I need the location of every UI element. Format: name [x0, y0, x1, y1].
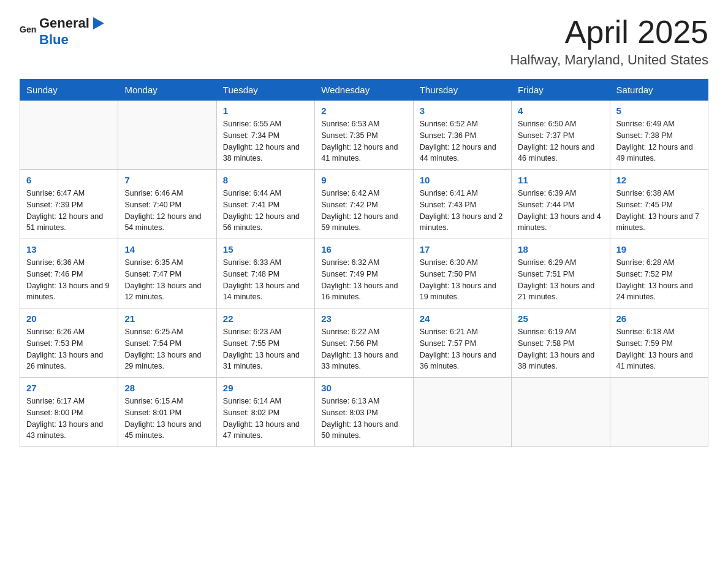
- weekday-header-thursday: Thursday: [413, 80, 511, 101]
- calendar-cell: 12Sunrise: 6:38 AMSunset: 7:45 PMDayligh…: [610, 170, 708, 239]
- weekday-header-monday: Monday: [118, 80, 216, 101]
- logo-triangle-icon: [91, 15, 104, 32]
- day-number: 25: [518, 313, 603, 324]
- day-number: 22: [223, 313, 308, 324]
- calendar-cell: 21Sunrise: 6:25 AMSunset: 7:54 PMDayligh…: [118, 308, 216, 378]
- day-number: 17: [420, 244, 505, 255]
- day-number: 9: [321, 175, 406, 185]
- day-number: 15: [223, 244, 308, 255]
- day-number: 4: [518, 105, 603, 116]
- day-number: 14: [124, 244, 210, 255]
- weekday-header-wednesday: Wednesday: [315, 80, 413, 101]
- calendar-cell: [118, 101, 216, 170]
- svg-text:General: General: [20, 25, 37, 34]
- day-info: Sunrise: 6:32 AMSunset: 7:49 PMDaylight:…: [321, 257, 406, 303]
- calendar-cell: 1Sunrise: 6:55 AMSunset: 7:34 PMDaylight…: [216, 101, 314, 170]
- weekday-header-sunday: Sunday: [20, 80, 118, 101]
- calendar-cell: 24Sunrise: 6:21 AMSunset: 7:57 PMDayligh…: [413, 308, 511, 378]
- day-info: Sunrise: 6:33 AMSunset: 7:48 PMDaylight:…: [223, 257, 308, 303]
- day-number: 11: [518, 175, 603, 185]
- week-row-4: 20Sunrise: 6:26 AMSunset: 7:53 PMDayligh…: [20, 308, 708, 378]
- day-info: Sunrise: 6:21 AMSunset: 7:57 PMDaylight:…: [420, 326, 505, 372]
- calendar-cell: 22Sunrise: 6:23 AMSunset: 7:55 PMDayligh…: [216, 308, 314, 378]
- day-number: 6: [26, 175, 112, 185]
- logo-blue-text: Blue: [39, 32, 69, 47]
- calendar-cell: [512, 378, 610, 447]
- day-number: 19: [616, 244, 702, 255]
- day-info: Sunrise: 6:13 AMSunset: 8:03 PMDaylight:…: [321, 396, 406, 442]
- day-info: Sunrise: 6:44 AMSunset: 7:41 PMDaylight:…: [223, 188, 308, 234]
- day-info: Sunrise: 6:50 AMSunset: 7:37 PMDaylight:…: [518, 118, 603, 164]
- calendar-cell: 2Sunrise: 6:53 AMSunset: 7:35 PMDaylight…: [315, 101, 413, 170]
- day-info: Sunrise: 6:23 AMSunset: 7:55 PMDaylight:…: [223, 326, 308, 372]
- calendar-cell: 10Sunrise: 6:41 AMSunset: 7:43 PMDayligh…: [413, 170, 511, 239]
- day-number: 18: [518, 244, 603, 255]
- calendar-cell: 13Sunrise: 6:36 AMSunset: 7:46 PMDayligh…: [20, 239, 118, 308]
- calendar-cell: 8Sunrise: 6:44 AMSunset: 7:41 PMDaylight…: [216, 170, 314, 239]
- weekday-header-row: SundayMondayTuesdayWednesdayThursdayFrid…: [20, 80, 708, 101]
- day-info: Sunrise: 6:53 AMSunset: 7:35 PMDaylight:…: [321, 118, 406, 164]
- day-info: Sunrise: 6:49 AMSunset: 7:38 PMDaylight:…: [616, 118, 702, 164]
- day-info: Sunrise: 6:25 AMSunset: 7:54 PMDaylight:…: [124, 326, 210, 372]
- calendar-cell: 17Sunrise: 6:30 AMSunset: 7:50 PMDayligh…: [413, 239, 511, 308]
- weekday-header-saturday: Saturday: [610, 80, 708, 101]
- calendar-cell: 30Sunrise: 6:13 AMSunset: 8:03 PMDayligh…: [315, 378, 413, 447]
- day-number: 1: [223, 105, 308, 116]
- calendar-cell: 5Sunrise: 6:49 AMSunset: 7:38 PMDaylight…: [610, 101, 708, 170]
- day-info: Sunrise: 6:22 AMSunset: 7:56 PMDaylight:…: [321, 326, 406, 372]
- day-info: Sunrise: 6:15 AMSunset: 8:01 PMDaylight:…: [124, 396, 210, 442]
- day-info: Sunrise: 6:52 AMSunset: 7:36 PMDaylight:…: [420, 118, 505, 164]
- day-info: Sunrise: 6:55 AMSunset: 7:34 PMDaylight:…: [223, 118, 308, 164]
- page-header: General General Blue April 2025 Halfway,…: [20, 15, 708, 68]
- day-info: Sunrise: 6:39 AMSunset: 7:44 PMDaylight:…: [518, 188, 603, 234]
- day-number: 23: [321, 313, 406, 324]
- logo-general-text: General: [39, 15, 89, 31]
- weekday-header-tuesday: Tuesday: [216, 80, 314, 101]
- day-info: Sunrise: 6:41 AMSunset: 7:43 PMDaylight:…: [420, 188, 505, 234]
- calendar-cell: 26Sunrise: 6:18 AMSunset: 7:59 PMDayligh…: [610, 308, 708, 378]
- calendar-cell: 7Sunrise: 6:46 AMSunset: 7:40 PMDaylight…: [118, 170, 216, 239]
- calendar-cell: 25Sunrise: 6:19 AMSunset: 7:58 PMDayligh…: [512, 308, 610, 378]
- day-info: Sunrise: 6:36 AMSunset: 7:46 PMDaylight:…: [26, 257, 112, 303]
- day-number: 21: [124, 313, 210, 324]
- day-info: Sunrise: 6:30 AMSunset: 7:50 PMDaylight:…: [420, 257, 505, 303]
- calendar-cell: 28Sunrise: 6:15 AMSunset: 8:01 PMDayligh…: [118, 378, 216, 447]
- day-number: 27: [26, 383, 112, 393]
- day-info: Sunrise: 6:14 AMSunset: 8:02 PMDaylight:…: [223, 396, 308, 442]
- calendar-cell: 14Sunrise: 6:35 AMSunset: 7:47 PMDayligh…: [118, 239, 216, 308]
- day-number: 29: [223, 383, 308, 393]
- day-number: 30: [321, 383, 406, 393]
- calendar-cell: 6Sunrise: 6:47 AMSunset: 7:39 PMDaylight…: [20, 170, 118, 239]
- day-number: 2: [321, 105, 406, 116]
- calendar-cell: 29Sunrise: 6:14 AMSunset: 8:02 PMDayligh…: [216, 378, 314, 447]
- day-info: Sunrise: 6:46 AMSunset: 7:40 PMDaylight:…: [124, 188, 210, 234]
- calendar-cell: 18Sunrise: 6:29 AMSunset: 7:51 PMDayligh…: [512, 239, 610, 308]
- calendar-cell: 15Sunrise: 6:33 AMSunset: 7:48 PMDayligh…: [216, 239, 314, 308]
- day-info: Sunrise: 6:19 AMSunset: 7:58 PMDaylight:…: [518, 326, 603, 372]
- calendar-cell: 23Sunrise: 6:22 AMSunset: 7:56 PMDayligh…: [315, 308, 413, 378]
- week-row-3: 13Sunrise: 6:36 AMSunset: 7:46 PMDayligh…: [20, 239, 708, 308]
- day-info: Sunrise: 6:28 AMSunset: 7:52 PMDaylight:…: [616, 257, 702, 303]
- day-info: Sunrise: 6:38 AMSunset: 7:45 PMDaylight:…: [616, 188, 702, 234]
- day-number: 7: [124, 175, 210, 185]
- calendar-cell: 4Sunrise: 6:50 AMSunset: 7:37 PMDaylight…: [512, 101, 610, 170]
- week-row-5: 27Sunrise: 6:17 AMSunset: 8:00 PMDayligh…: [20, 378, 708, 447]
- title-area: April 2025 Halfway, Maryland, United Sta…: [510, 15, 708, 68]
- calendar-cell: 19Sunrise: 6:28 AMSunset: 7:52 PMDayligh…: [610, 239, 708, 308]
- weekday-header-friday: Friday: [512, 80, 610, 101]
- calendar-cell: 11Sunrise: 6:39 AMSunset: 7:44 PMDayligh…: [512, 170, 610, 239]
- day-number: 13: [26, 244, 112, 255]
- day-number: 10: [420, 175, 505, 185]
- day-number: 5: [616, 105, 702, 116]
- day-info: Sunrise: 6:35 AMSunset: 7:47 PMDaylight:…: [124, 257, 210, 303]
- calendar-cell: 20Sunrise: 6:26 AMSunset: 7:53 PMDayligh…: [20, 308, 118, 378]
- day-number: 24: [420, 313, 505, 324]
- day-number: 12: [616, 175, 702, 185]
- calendar-cell: [610, 378, 708, 447]
- day-number: 3: [420, 105, 505, 116]
- calendar-cell: 9Sunrise: 6:42 AMSunset: 7:42 PMDaylight…: [315, 170, 413, 239]
- location-subtitle: Halfway, Maryland, United States: [510, 52, 708, 68]
- day-number: 20: [26, 313, 112, 324]
- calendar-cell: [20, 101, 118, 170]
- day-info: Sunrise: 6:47 AMSunset: 7:39 PMDaylight:…: [26, 188, 112, 234]
